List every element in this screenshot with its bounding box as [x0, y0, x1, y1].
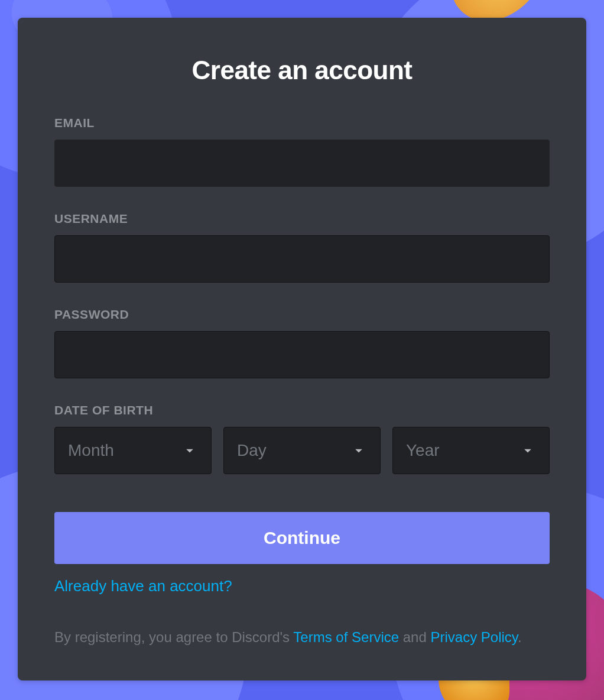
- login-link[interactable]: Already have an account?: [54, 577, 232, 595]
- chevron-down-icon: [519, 442, 536, 459]
- dob-day-select[interactable]: Day: [223, 427, 381, 474]
- page-title: Create an account: [54, 56, 550, 85]
- signup-card: Create an account EMAIL USERNAME PASSWOR…: [18, 18, 586, 680]
- username-field-group: USERNAME: [54, 212, 550, 283]
- username-label: USERNAME: [54, 212, 550, 226]
- email-input[interactable]: [54, 140, 550, 187]
- privacy-link[interactable]: Privacy Policy: [430, 629, 518, 645]
- email-label: EMAIL: [54, 116, 550, 130]
- dob-month-placeholder: Month: [68, 441, 114, 460]
- dob-month-select[interactable]: Month: [54, 427, 212, 474]
- dob-label: DATE OF BIRTH: [54, 403, 550, 417]
- password-field-group: PASSWORD: [54, 307, 550, 378]
- legal-text: By registering, you agree to Discord's T…: [54, 627, 550, 647]
- legal-prefix: By registering, you agree to Discord's: [54, 629, 293, 645]
- dob-year-placeholder: Year: [406, 441, 440, 460]
- continue-button[interactable]: Continue: [54, 512, 550, 564]
- password-label: PASSWORD: [54, 307, 550, 322]
- tos-link[interactable]: Terms of Service: [293, 629, 399, 645]
- password-input[interactable]: [54, 331, 550, 378]
- email-field-group: EMAIL: [54, 116, 550, 187]
- dob-field-group: DATE OF BIRTH Month Day Year: [54, 403, 550, 474]
- legal-suffix: .: [518, 629, 522, 645]
- legal-and: and: [399, 629, 430, 645]
- chevron-down-icon: [350, 442, 367, 459]
- dob-year-select[interactable]: Year: [392, 427, 550, 474]
- chevron-down-icon: [181, 442, 198, 459]
- dob-day-placeholder: Day: [237, 441, 267, 460]
- username-input[interactable]: [54, 235, 550, 283]
